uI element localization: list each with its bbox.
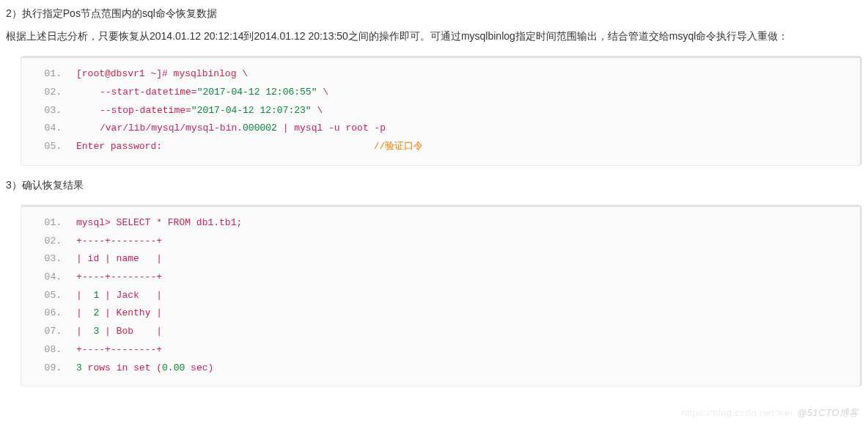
line-number: 06.	[21, 304, 76, 323]
code-text: | 2 | Kenthy |	[76, 304, 861, 323]
code-row: 03. --stop-datetime="2017-04-12 12:07:23…	[21, 102, 861, 120]
code-row: 01. mysql> SELECT * FROM db1.tb1;	[21, 214, 861, 233]
code-row: 06. | 2 | Kenthy |	[21, 304, 861, 323]
code-text: 3 rows in set (0.00 sec)	[76, 359, 861, 378]
line-number: 02.	[21, 84, 76, 102]
code-text: | 3 | Bob |	[76, 323, 861, 341]
code-text: mysql> SELECT * FROM db1.tb1;	[76, 214, 861, 233]
code-row: 05. Enter password: //验证口令	[21, 138, 861, 156]
code-text: --stop-datetime="2017-04-12 12:07:23" \	[76, 102, 861, 120]
line-number: 04.	[21, 120, 76, 138]
line-number: 02.	[21, 233, 76, 251]
section-2-desc: 根据上述日志分析，只要恢复从2014.01.12 20:12:14到2014.0…	[6, 27, 862, 45]
section-3-title: 3）确认恢复结果	[6, 176, 862, 194]
code-row: 05. | 1 | Jack |	[21, 287, 861, 305]
code-text: | 1 | Jack |	[76, 287, 861, 305]
code-row: 02. +----+--------+	[21, 233, 861, 251]
code-row: 07. | 3 | Bob |	[21, 323, 861, 341]
code-row: 04. /var/lib/mysql/mysql-bin.000002 | my…	[21, 120, 861, 138]
line-number: 05.	[21, 287, 76, 305]
code-block-2: 01. mysql> SELECT * FROM db1.tb1; 02. +-…	[21, 205, 862, 387]
code-row: 09. 3 rows in set (0.00 sec)	[21, 359, 861, 378]
code-text: --start-datetime="2017-04-12 12:06:55" \	[76, 84, 861, 102]
line-number: 03.	[21, 250, 76, 268]
line-number: 09.	[21, 359, 76, 378]
line-number: 03.	[21, 102, 76, 120]
line-number: 08.	[21, 341, 76, 359]
section-2-title: 2）执行指定Pos节点范围内的sql命令恢复数据	[6, 4, 862, 23]
code-row: 08. +----+--------+	[21, 341, 861, 359]
line-number: 01.	[21, 65, 76, 84]
code-row: 04. +----+--------+	[21, 268, 861, 287]
code-text: /var/lib/mysql/mysql-bin.000002 | mysql …	[76, 120, 861, 138]
code-text: [root@dbsvr1 ~]# mysqlbinlog \	[76, 65, 861, 84]
line-number: 01.	[21, 214, 76, 233]
code-block-1: 01. [root@dbsvr1 ~]# mysqlbinlog \ 02. -…	[21, 56, 862, 165]
code-row: 03. | id | name |	[21, 250, 861, 268]
code-text: +----+--------+	[76, 233, 861, 251]
code-row: 01. [root@dbsvr1 ~]# mysqlbinlog \	[21, 65, 861, 84]
code-text: +----+--------+	[76, 341, 861, 359]
line-number: 07.	[21, 323, 76, 341]
code-text: +----+--------+	[76, 268, 861, 287]
code-text: | id | name |	[76, 250, 861, 268]
line-number: 04.	[21, 268, 76, 287]
code-row: 02. --start-datetime="2017-04-12 12:06:5…	[21, 84, 861, 102]
line-number: 05.	[21, 138, 76, 156]
code-text: Enter password: //验证口令	[76, 138, 861, 156]
